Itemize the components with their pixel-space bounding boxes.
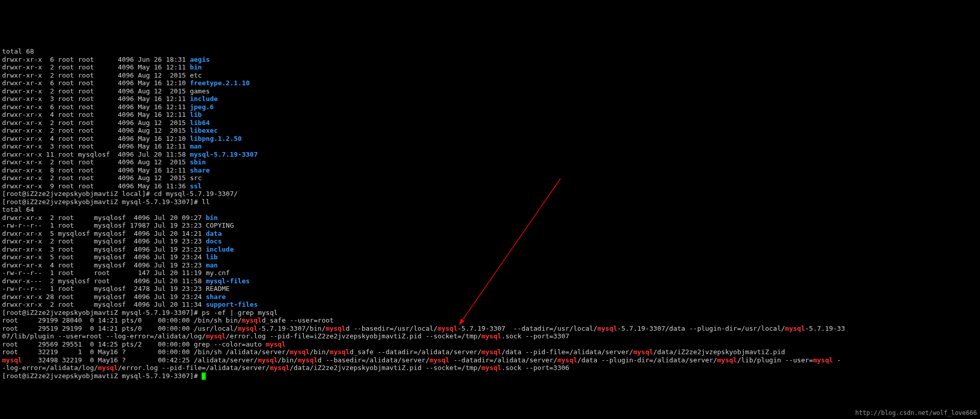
ps-row: root 29199 28040 0 14:21 pts/0 00:00:00 … xyxy=(2,316,334,324)
file-name: man xyxy=(190,142,202,150)
ls-row: drwxr-xr-x 2 root mysqlosf 4096 Jul 20 1… xyxy=(2,301,258,308)
cmd-ps: ps -ef | grep mysql xyxy=(202,309,278,316)
file-name: freetype.2.1.10 xyxy=(190,79,250,87)
ls-row: drwxr-xr-x 2 root root 4096 Aug 12 2015 … xyxy=(2,71,202,79)
file-name: games xyxy=(190,87,210,95)
ps-row: root 32219 1 0 May16 ? 00:00:00 /bin/sh … xyxy=(2,348,785,356)
ls-row: drwxr-xr-x 9 root root 4096 May 16 11:36… xyxy=(2,182,202,190)
file-name: README xyxy=(206,285,230,292)
file-name: lib xyxy=(206,253,217,261)
file-name: data xyxy=(206,230,222,237)
ls-row: drwxr-xr-x 3 root root 4096 May 16 12:11… xyxy=(2,95,218,103)
ls-row: drwxr-xr-x 2 root root 4096 May 16 12:11… xyxy=(2,63,202,71)
ps-row: -log-error=/alidata/log/mysql/error.log … xyxy=(2,364,569,372)
cmd-ll: ll xyxy=(202,198,210,206)
ls-row: -rw-r--r-- 1 root root 147 Jul 20 11:19 … xyxy=(2,269,230,277)
shell-prompt: [root@iZ2ze2jvzepskyobjmavtiZ mysql-5.7.… xyxy=(2,198,202,206)
ls-row: drwxr-xr-x 2 root root 4096 Aug 12 2015 … xyxy=(2,127,218,134)
ls-row: drwxr-xr-x 2 root root 4096 Aug 12 2015 … xyxy=(2,119,210,127)
ls-row: drwxr-xr-x 3 root mysqlosf 4096 Jul 19 2… xyxy=(2,245,234,253)
terminal[interactable]: total 68 drwxr-xr-x 6 root root 4096 Jun… xyxy=(0,40,980,396)
file-name: src xyxy=(190,174,202,182)
ls-row: drwxr-xr-x 2 root root 4096 Aug 12 2015 … xyxy=(2,158,206,166)
ls-row: drwxr-xr-x 4 root root 4096 May 16 12:10… xyxy=(2,135,242,142)
ls-row: drwxr-xr-x 8 root root 4096 May 16 12:11… xyxy=(2,166,210,174)
cursor-icon xyxy=(202,373,206,380)
ls-row: drwxr-x--- 2 mysqlosf root 4096 Jul 20 1… xyxy=(2,277,250,285)
watermark: http://blog.csdn.net/wolf_love666 xyxy=(855,409,977,417)
ls-row: drwxr-xr-x 6 root root 4096 May 16 12:11… xyxy=(2,103,214,111)
file-name: lib64 xyxy=(190,119,210,127)
file-name: mysql-5.7.19-3307 xyxy=(190,151,258,158)
ls-row: drwxr-xr-x 6 root root 4096 Jun 26 18:31… xyxy=(2,56,210,63)
file-name: bin xyxy=(206,214,217,221)
ls-row: drwxr-xr-x 2 root mysqlosf 4096 Jul 19 2… xyxy=(2,237,222,245)
file-name: ssl xyxy=(190,182,202,190)
ls-row: drwxr-xr-x 11 root mysqlosf 4096 Jul 20 … xyxy=(2,151,258,158)
file-name: bin xyxy=(190,63,202,71)
total-line: total 64 xyxy=(2,206,34,213)
file-name: share xyxy=(206,293,226,301)
ls-row: drwxr-xr-x 2 root mysqlosf 4096 Jul 20 0… xyxy=(2,214,218,221)
file-name: sbin xyxy=(190,158,206,166)
ls-row: drwxr-xr-x 5 mysqlosf mysqlosf 4096 Jul … xyxy=(2,230,222,237)
file-name: my.cnf xyxy=(206,269,230,277)
ls-row: drwxr-xr-x 5 root mysqlosf 4096 Jul 19 2… xyxy=(2,253,218,261)
ls-row: drwxr-xr-x 4 root root 4096 May 16 12:11… xyxy=(2,111,202,118)
file-name: etc xyxy=(190,71,202,79)
shell-prompt: [root@iZ2ze2jvzepskyobjmavtiZ mysql-5.7.… xyxy=(2,372,202,380)
ps-row: 07/lib/plugin --user=root --log-error=/a… xyxy=(2,332,569,340)
ls-row: drwxr-xr-x 2 root root 4096 Aug 12 2015 … xyxy=(2,87,210,95)
file-name: include xyxy=(190,95,218,103)
cmd-cd: cd mysql-5.7.19-3307/ xyxy=(154,190,237,198)
file-name: include xyxy=(206,245,234,253)
ls-row: drwxr-xr-x 2 root root 4096 Aug 12 2015 … xyxy=(2,174,202,182)
ls-row: drwxr-xr-x 28 root mysqlosf 4096 Jul 19 … xyxy=(2,293,226,301)
ps-row: mysql 32498 32219 0 May16 ? 00:42:25 /al… xyxy=(2,356,841,364)
file-name: share xyxy=(190,166,210,174)
file-name: libexec xyxy=(190,127,218,134)
file-name: man xyxy=(206,261,217,269)
ls-row: drwxr-xr-x 4 root mysqlosf 4096 Jul 19 2… xyxy=(2,261,218,269)
ls-row: drwxr-xr-x 3 root root 4096 May 16 12:11… xyxy=(2,142,202,150)
shell-prompt: [root@iZ2ze2jvzepskyobjmavtiZ local]# xyxy=(2,190,154,198)
file-name: jpeg.6 xyxy=(190,103,214,111)
ls-row: -rw-r--r-- 1 root mysqlosf 2478 Jul 19 2… xyxy=(2,285,230,292)
file-name: COPYING xyxy=(206,221,234,229)
ls-row: drwxr-xr-x 6 root root 4096 May 16 12:10… xyxy=(2,79,250,87)
file-name: lib xyxy=(190,111,202,118)
file-name: mysql-files xyxy=(206,277,250,285)
total-line: total 68 xyxy=(2,47,34,55)
file-name: support-files xyxy=(206,301,258,308)
file-name: docs xyxy=(206,237,222,245)
ps-row: root 29569 29551 0 14:25 pts/2 00:00:00 … xyxy=(2,340,286,348)
shell-prompt: [root@iZ2ze2jvzepskyobjmavtiZ mysql-5.7.… xyxy=(2,309,202,316)
ps-row: root 29519 29199 0 14:21 pts/0 00:00:00 … xyxy=(2,325,845,332)
ls-row: -rw-r--r-- 1 root mysqlosf 17987 Jul 19 … xyxy=(2,221,234,229)
file-name: aegis xyxy=(190,56,210,63)
file-name: libpng.1.2.50 xyxy=(190,135,242,142)
